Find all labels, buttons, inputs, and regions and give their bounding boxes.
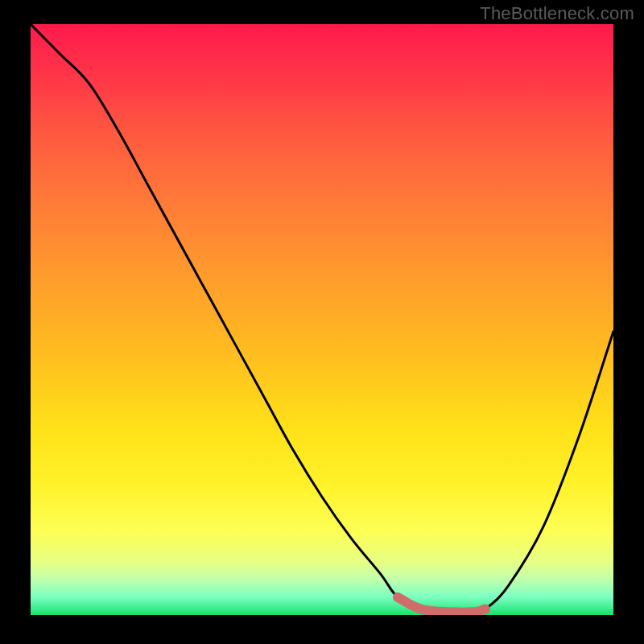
plot-area <box>31 24 613 615</box>
bottleneck-curve-path <box>31 24 613 613</box>
segment-end-dot <box>481 605 490 614</box>
watermark-text: TheBottleneck.com <box>480 3 634 24</box>
chart-svg <box>31 24 613 615</box>
chart-frame: TheBottleneck.com <box>0 0 644 644</box>
segment-start-dot <box>393 592 402 602</box>
optimal-segment-path <box>398 597 485 613</box>
